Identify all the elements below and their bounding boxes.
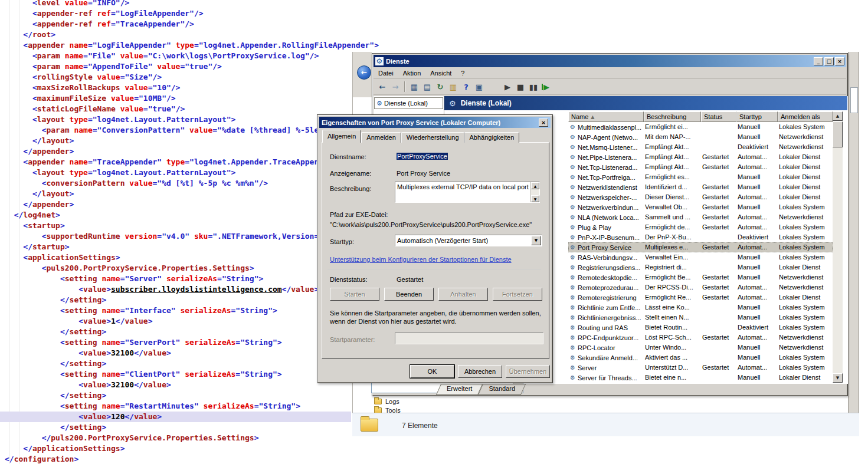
ok-button[interactable]: OK [410,365,454,378]
tab-allgemein[interactable]: Allgemein [322,130,361,143]
help-icon[interactable]: ? [460,81,473,93]
startup-options-help-link[interactable]: Unterstützung beim Konfigurieren der Sta… [330,256,512,263]
dialog-close-button[interactable]: × [539,119,548,127]
chevron-down-icon[interactable]: ▼ [531,236,541,245]
services-icon: ⚙ [375,57,384,65]
apply-button[interactable]: Übernehmen [506,365,550,378]
service-name: ⚙Plug & Play [568,222,644,232]
scroll-down-icon[interactable]: ▼ [531,195,539,202]
table-row[interactable]: ⚙Port Proxy ServiceMultiplexes e...Gesta… [568,242,833,252]
service-description: Mit dem NAP-... [644,132,701,142]
back-icon[interactable]: ← [376,81,389,93]
menu-item-datei[interactable]: Datei [374,68,398,78]
export-list-icon[interactable]: ▤ [421,81,434,93]
table-row[interactable]: ⚙Routing und RASBietet Routin...Deaktivi… [568,323,833,333]
dienstname-value[interactable]: PortProxyService [397,153,448,160]
export-file-icon[interactable]: ▥ [447,81,460,93]
column-header-anmelden-als[interactable]: Anmelden als [778,111,833,122]
anzeigename-value[interactable]: Port Proxy Service [397,170,450,177]
dialog-titlebar[interactable]: Eigenschaften von Port Proxy Service (Lo… [319,117,551,128]
service-logon-as: Netzwerkdienst [778,282,833,292]
service-description: Ermöglicht de... [644,222,701,232]
scroll-down-icon[interactable]: ▼ [833,373,843,383]
pause-service-button[interactable]: Anhalten [438,288,488,301]
list-item[interactable]: Logs [374,398,399,405]
menu-item-hilfe[interactable]: ? [456,68,469,78]
table-row[interactable]: ⚙RemoteregistrierungErmöglicht Re...Gest… [568,292,833,302]
tab-wiederherstellung[interactable]: Wiederherstellung [401,132,464,143]
forward-icon[interactable]: → [389,81,402,93]
maximize-button[interactable]: □ [824,57,834,65]
column-header-beschreibung[interactable]: Beschreibung [644,111,701,122]
table-row[interactable]: ⚙Net.Tcp-Listenerad...Empfängt Akt...Ges… [568,162,833,172]
table-row[interactable]: ⚙Netzwerkspeicher-...Dieser Dienst...Ges… [568,192,833,202]
startparameter-input[interactable] [395,333,543,344]
tab-abhngigkeiten[interactable]: Abhängigkeiten [464,132,520,143]
scrollbar-thumb[interactable] [833,121,843,147]
table-row[interactable]: ⚙Multimediaklassenpl...Ermöglicht ei...M… [568,122,833,132]
refresh-icon[interactable]: ↻ [434,81,447,93]
service-starttype: Automat... [736,282,778,292]
window-view-icon[interactable]: ▣ [473,81,486,93]
table-row[interactable]: ⚙NLA (Network Loca...Sammelt und ...Gest… [568,212,833,222]
scroll-up-icon[interactable]: ▲ [833,111,843,121]
service-gear-icon: ⚙ [570,134,575,140]
table-row[interactable]: ⚙ServerUnterstützt D...GestartetAutomat.… [568,363,833,373]
service-description: Stellt einen N... [644,312,701,323]
vertical-scrollbar[interactable]: ▲ ▼ [833,111,843,383]
stop-service-button[interactable]: Beenden [384,288,434,301]
table-row[interactable]: ⚙Server für Threads...Bietet eine n...Ma… [568,373,833,383]
menu-item-ansicht[interactable]: Ansicht [425,68,456,78]
table-row[interactable]: ⚙Remotedesktopdie...Ermöglicht Be...Gest… [568,272,833,282]
explorer-scrollbar-fragment[interactable] [850,87,858,113]
list-item[interactable]: Tools [374,407,401,413]
table-row[interactable]: ⚙Net.Tcp-Portfreiga...Ermöglicht es...Ma… [568,172,833,182]
tab-anmelden[interactable]: Anmelden [361,132,401,143]
tree-node-dienste-lokal[interactable]: ⚙ Dienste (Lokal) [374,97,443,109]
services-titlebar[interactable]: ⚙ Dienste _□× [374,55,846,67]
table-row[interactable]: ⚙NetzwerklistendienstIdentifiziert d...G… [568,182,833,192]
restart-service-icon[interactable]: ▶ [540,81,553,93]
table-row[interactable]: ⚙RAS-Verbindungsv...Verwaltet Ein...Manu… [568,252,833,262]
code-line: <appender-ref ref="LogFileAppender"/> [0,8,868,19]
table-row[interactable]: ⚙Net.Pipe-Listenera...Empfängt Akt...Ges… [568,152,833,162]
start-service-button[interactable]: Starten [330,288,379,301]
show-console-tree-icon[interactable]: ▦ [408,81,421,93]
table-row[interactable]: ⚙PnP-X-IP-Busenum...Der PnP-X-Bu...Deakt… [568,232,833,242]
table-row[interactable]: ⚙Netzwerkverbindun...Verwaltet Ob...Gest… [568,202,833,212]
menu-item-aktion[interactable]: Aktion [398,68,426,78]
tab-standard[interactable]: Standard [480,384,523,395]
table-row[interactable]: ⚙RPC-Endpunktzuor...Löst RPC-Sch...Gesta… [568,333,833,343]
service-starttype: Manuell [736,182,778,192]
service-starttype: Automat... [736,212,778,222]
column-header-name[interactable]: Name▲ [568,111,644,122]
stop-service-icon[interactable]: ■ [514,81,527,93]
cancel-button[interactable]: Abbrechen [458,365,502,378]
minimize-button[interactable]: _ [814,57,823,65]
resume-service-button[interactable]: Fortsetzen [493,288,542,301]
scroll-up-icon[interactable]: ▲ [531,182,539,189]
table-row[interactable]: ⚙Registrierungsdiens...Registriert di...… [568,262,833,272]
table-row[interactable]: ⚙Plug & PlayErmöglicht de...GestartetAut… [568,222,833,232]
back-button[interactable]: ← [357,65,371,80]
table-row[interactable]: ⚙Sekundäre Anmeld...Aktiviert das ...Man… [568,353,833,363]
service-logon-as: Lokales System [778,222,833,232]
table-row[interactable]: ⚙Richtlinienergebniss...Stellt einen N..… [568,312,833,323]
table-row[interactable]: ⚙Remoteprozedurau...Der RPCSS-Di...Gesta… [568,282,833,292]
selected-text: PortProxyService [397,153,448,160]
pause-service-icon[interactable]: ▮▮ [527,81,540,93]
table-row[interactable]: ⚙Net.Msmq-Listener...Empfängt Akt...Deak… [568,142,833,152]
starttyp-combobox[interactable]: Automatisch (Verzögerter Start) ▼ [395,235,542,246]
start-service-icon[interactable]: ▶ [501,81,514,93]
close-button[interactable]: × [835,57,844,65]
table-row[interactable]: ⚙NAP-Agent (Netwo...Mit dem NAP-...Manue… [568,132,833,142]
column-header-status[interactable]: Status [701,111,736,122]
table-row[interactable]: ⚙Richtlinie zum Entfe...Lässt eine Ko...… [568,302,833,312]
service-description: Ermöglicht ei... [644,122,701,132]
table-row[interactable]: ⚙RPC-LocatorUnter Windo...ManuellNetzwer… [568,343,833,353]
tab-erweitert[interactable]: Erweitert [438,384,480,395]
service-name-text: Remotedesktopdie... [578,273,637,282]
beschreibung-textarea[interactable]: Multiplexes external TCP/IP data on loca… [395,182,540,203]
column-header-starttyp[interactable]: Starttyp [736,111,778,122]
textarea-scrollbar[interactable]: ▲ ▼ [530,182,539,202]
